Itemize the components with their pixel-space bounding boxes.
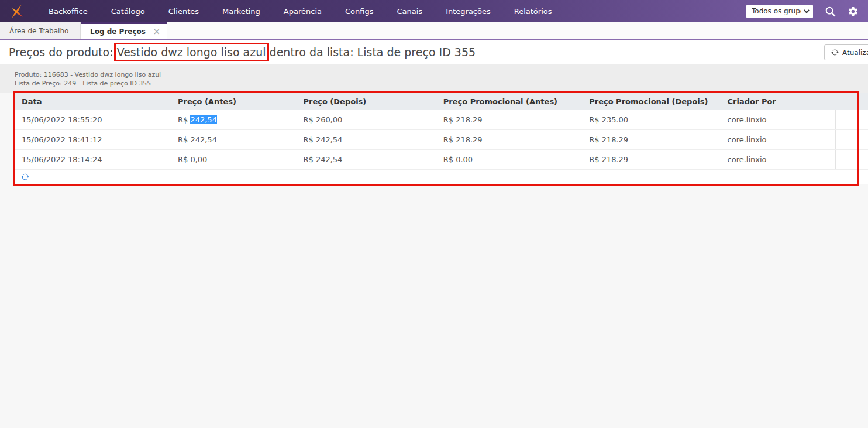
gear-icon <box>848 6 859 17</box>
table-cell: R$ 235.00 <box>582 110 720 130</box>
empty-cell <box>836 130 868 150</box>
tab-label: Log de Preços <box>90 28 146 36</box>
group-select[interactable]: Todos os grupos <box>746 5 813 18</box>
table-cell: 15/06/2022 18:55:20 <box>15 110 171 130</box>
product-info-line: Produto: 116683 - Vestido dwz longo liso… <box>15 70 868 79</box>
tab-bar: Área de Trabalho Log de Preços × <box>0 22 868 40</box>
table-cell: R$ 242,54 <box>296 150 436 170</box>
table-cell: core.linxio <box>721 150 836 170</box>
nav-item-catalogo[interactable]: Catálogo <box>99 0 157 22</box>
price-list-info-line: Lista de Preço: 249 - Lista de preço ID … <box>15 79 868 88</box>
table-cell: R$ 242,54 <box>296 130 436 150</box>
content-area: Produto: 116683 - Vestido dwz longo liso… <box>0 64 868 428</box>
product-info-panel: Produto: 116683 - Vestido dwz longo liso… <box>0 64 868 93</box>
price-log-table-container: DataPreço (Antes)Preço (Depois)Preço Pro… <box>15 93 868 184</box>
price-log-table: DataPreço (Antes)Preço (Depois)Preço Pro… <box>15 93 868 170</box>
table-cell: 15/06/2022 18:14:24 <box>15 150 171 170</box>
table-cell: R$ 218.29 <box>582 130 720 150</box>
nav-item-relatorios[interactable]: Relatórios <box>502 0 564 22</box>
table-footer-refresh-cell <box>15 170 36 184</box>
empty-cell <box>836 110 868 130</box>
refresh-icon <box>21 173 29 181</box>
nav-item-configs[interactable]: Configs <box>333 0 385 22</box>
table-cell: R$ 242,54 <box>171 130 296 150</box>
empty-cell <box>836 150 868 170</box>
table-row: 15/06/2022 18:14:24R$ 0,00R$ 242,54R$ 0.… <box>15 150 868 170</box>
table-cell: 15/06/2022 18:41:12 <box>15 130 171 150</box>
search-button[interactable] <box>825 6 836 17</box>
table-cell: R$ 218.29 <box>436 130 582 150</box>
refresh-button-label: Atualiza <box>842 49 868 57</box>
selected-text: 242,54 <box>190 115 217 124</box>
tab-label: Área de Trabalho <box>9 27 68 35</box>
title-suffix: dentro da lista: Lista de preço ID 355 <box>266 46 476 59</box>
table-row: 15/06/2022 18:41:12R$ 242,54R$ 242,54R$ … <box>15 130 868 150</box>
table-refresh-button[interactable] <box>21 173 29 181</box>
nav-item-integracoes[interactable]: Integrações <box>434 0 502 22</box>
nav-menu: Backoffice Catálogo Clientes Marketing A… <box>37 0 564 22</box>
table-footer <box>15 170 868 184</box>
top-navbar: Backoffice Catálogo Clientes Marketing A… <box>0 0 868 22</box>
table-cell: R$ 260,00 <box>296 110 436 130</box>
title-prefix: Preços do produto: <box>9 46 117 59</box>
table-body: 15/06/2022 18:55:20R$ 242,54R$ 260,00R$ … <box>15 110 868 170</box>
brand-logo-icon[interactable] <box>9 4 25 19</box>
table-cell: R$ 0,00 <box>171 150 296 170</box>
nav-item-clientes[interactable]: Clientes <box>157 0 211 22</box>
refresh-icon <box>831 49 839 56</box>
search-icon <box>825 6 836 17</box>
refresh-page-button[interactable]: Atualiza <box>824 44 868 60</box>
column-header: Preço Promocional (Depois) <box>582 93 720 110</box>
column-header: Data <box>15 93 171 110</box>
tab-area-de-trabalho[interactable]: Área de Trabalho <box>0 22 81 39</box>
nav-item-marketing[interactable]: Marketing <box>211 0 272 22</box>
navbar-right-group: Todos os grupos <box>746 5 859 18</box>
table-cell: core.linxio <box>721 130 836 150</box>
column-header: Criador Por <box>721 93 836 110</box>
table-cell: R$ 218.29 <box>436 110 582 130</box>
column-header: Preço (Antes) <box>171 93 296 110</box>
tab-close-icon[interactable]: × <box>153 28 160 36</box>
nav-item-backoffice[interactable]: Backoffice <box>37 0 99 22</box>
page-title: Preços do produto: Vestido dwz longo lis… <box>9 46 476 59</box>
table-cell: R$ 0.00 <box>436 150 582 170</box>
column-header: Preço Promocional (Antes) <box>436 93 582 110</box>
column-header: Preço (Depois) <box>296 93 436 110</box>
table-header-row: DataPreço (Antes)Preço (Depois)Preço Pro… <box>15 93 868 110</box>
table-cell: R$ 242,54 <box>171 110 296 130</box>
table-row: 15/06/2022 18:55:20R$ 242,54R$ 260,00R$ … <box>15 110 868 130</box>
page-header: Preços do produto: Vestido dwz longo lis… <box>0 40 868 64</box>
tab-log-de-precos[interactable]: Log de Preços × <box>81 22 167 39</box>
nav-item-aparencia[interactable]: Aparência <box>272 0 333 22</box>
nav-item-canais[interactable]: Canais <box>385 0 434 22</box>
table-cell: core.linxio <box>721 110 836 130</box>
settings-button[interactable] <box>848 6 859 17</box>
table-cell: R$ 218.29 <box>582 150 720 170</box>
title-annotated-product-name: Vestido dwz longo liso azul <box>117 46 266 59</box>
